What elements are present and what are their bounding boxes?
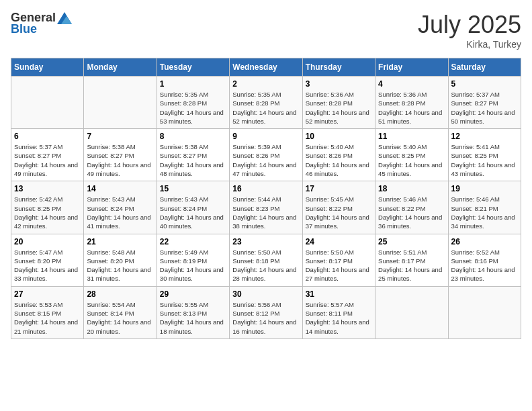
day-cell: 19Sunrise: 5:46 AM Sunset: 8:21 PM Dayli… bbox=[448, 181, 521, 234]
calendar-title: July 2025 bbox=[418, 11, 521, 39]
day-cell: 26Sunrise: 5:52 AM Sunset: 8:16 PM Dayli… bbox=[448, 234, 521, 286]
day-cell: 13Sunrise: 5:42 AM Sunset: 8:25 PM Dayli… bbox=[11, 181, 84, 234]
week-row-2: 6Sunrise: 5:37 AM Sunset: 8:27 PM Daylig… bbox=[11, 129, 521, 181]
day-number: 10 bbox=[306, 132, 372, 141]
col-header-monday: Monday bbox=[84, 58, 157, 77]
day-number: 24 bbox=[306, 237, 372, 246]
day-number: 19 bbox=[451, 184, 518, 193]
day-cell: 31Sunrise: 5:57 AM Sunset: 8:11 PM Dayli… bbox=[302, 286, 375, 338]
day-number: 7 bbox=[87, 132, 153, 141]
day-detail: Sunrise: 5:50 AM Sunset: 8:17 PM Dayligh… bbox=[306, 248, 372, 283]
col-header-thursday: Thursday bbox=[302, 58, 375, 77]
day-cell: 21Sunrise: 5:48 AM Sunset: 8:20 PM Dayli… bbox=[84, 234, 157, 286]
day-detail: Sunrise: 5:41 AM Sunset: 8:25 PM Dayligh… bbox=[451, 142, 518, 178]
day-number: 22 bbox=[160, 237, 226, 246]
day-cell: 17Sunrise: 5:45 AM Sunset: 8:22 PM Dayli… bbox=[302, 181, 375, 234]
calendar-location: Kirka, Turkey bbox=[418, 39, 521, 50]
day-cell: 11Sunrise: 5:40 AM Sunset: 8:25 PM Dayli… bbox=[375, 129, 448, 181]
day-number: 9 bbox=[232, 132, 299, 141]
day-cell: 14Sunrise: 5:43 AM Sunset: 8:24 PM Dayli… bbox=[84, 181, 157, 234]
day-detail: Sunrise: 5:40 AM Sunset: 8:25 PM Dayligh… bbox=[378, 142, 445, 178]
day-detail: Sunrise: 5:53 AM Sunset: 8:15 PM Dayligh… bbox=[14, 300, 81, 336]
day-detail: Sunrise: 5:48 AM Sunset: 8:20 PM Dayligh… bbox=[87, 248, 153, 283]
day-detail: Sunrise: 5:49 AM Sunset: 8:19 PM Dayligh… bbox=[160, 248, 226, 283]
day-detail: Sunrise: 5:52 AM Sunset: 8:16 PM Dayligh… bbox=[451, 248, 518, 283]
day-number: 18 bbox=[378, 184, 445, 193]
day-detail: Sunrise: 5:46 AM Sunset: 8:22 PM Dayligh… bbox=[378, 195, 445, 230]
day-cell: 12Sunrise: 5:41 AM Sunset: 8:25 PM Dayli… bbox=[448, 129, 521, 181]
day-cell: 6Sunrise: 5:37 AM Sunset: 8:27 PM Daylig… bbox=[11, 129, 84, 181]
week-row-3: 13Sunrise: 5:42 AM Sunset: 8:25 PM Dayli… bbox=[11, 181, 521, 234]
day-detail: Sunrise: 5:37 AM Sunset: 8:27 PM Dayligh… bbox=[14, 142, 81, 178]
day-number: 23 bbox=[232, 237, 299, 246]
day-cell: 23Sunrise: 5:50 AM Sunset: 8:18 PM Dayli… bbox=[230, 234, 302, 286]
day-number: 16 bbox=[232, 184, 299, 193]
col-header-saturday: Saturday bbox=[448, 58, 521, 77]
day-cell: 9Sunrise: 5:39 AM Sunset: 8:26 PM Daylig… bbox=[230, 129, 302, 181]
day-detail: Sunrise: 5:38 AM Sunset: 8:27 PM Dayligh… bbox=[160, 142, 226, 178]
day-detail: Sunrise: 5:54 AM Sunset: 8:14 PM Dayligh… bbox=[87, 300, 153, 336]
day-number: 5 bbox=[451, 79, 518, 89]
day-detail: Sunrise: 5:46 AM Sunset: 8:21 PM Dayligh… bbox=[451, 195, 518, 230]
logo-blue: Blue bbox=[11, 22, 37, 36]
day-number: 27 bbox=[14, 289, 81, 299]
day-detail: Sunrise: 5:40 AM Sunset: 8:26 PM Dayligh… bbox=[306, 142, 372, 178]
day-number: 2 bbox=[232, 79, 299, 89]
day-cell: 16Sunrise: 5:44 AM Sunset: 8:23 PM Dayli… bbox=[230, 181, 302, 234]
day-detail: Sunrise: 5:44 AM Sunset: 8:23 PM Dayligh… bbox=[232, 195, 299, 230]
day-number: 11 bbox=[378, 132, 445, 141]
day-detail: Sunrise: 5:37 AM Sunset: 8:27 PM Dayligh… bbox=[451, 90, 518, 126]
day-number: 30 bbox=[232, 289, 299, 299]
day-detail: Sunrise: 5:47 AM Sunset: 8:20 PM Dayligh… bbox=[14, 248, 81, 283]
title-block: July 2025 Kirka, Turkey bbox=[418, 11, 521, 50]
day-cell: 15Sunrise: 5:43 AM Sunset: 8:24 PM Dayli… bbox=[157, 181, 229, 234]
week-row-1: 1Sunrise: 5:35 AM Sunset: 8:28 PM Daylig… bbox=[11, 77, 521, 129]
day-detail: Sunrise: 5:35 AM Sunset: 8:28 PM Dayligh… bbox=[232, 90, 299, 126]
day-number: 26 bbox=[451, 237, 518, 246]
day-cell: 22Sunrise: 5:49 AM Sunset: 8:19 PM Dayli… bbox=[157, 234, 229, 286]
day-cell bbox=[84, 77, 157, 129]
day-number: 31 bbox=[306, 289, 372, 299]
day-number: 21 bbox=[87, 237, 153, 246]
day-number: 4 bbox=[378, 79, 445, 89]
logo: General Blue bbox=[11, 11, 72, 36]
day-detail: Sunrise: 5:39 AM Sunset: 8:26 PM Dayligh… bbox=[232, 142, 299, 178]
day-number: 13 bbox=[14, 184, 81, 193]
col-header-wednesday: Wednesday bbox=[230, 58, 302, 77]
day-cell: 8Sunrise: 5:38 AM Sunset: 8:27 PM Daylig… bbox=[157, 129, 229, 181]
day-cell bbox=[11, 77, 84, 129]
day-cell: 29Sunrise: 5:55 AM Sunset: 8:13 PM Dayli… bbox=[157, 286, 229, 338]
day-cell: 24Sunrise: 5:50 AM Sunset: 8:17 PM Dayli… bbox=[302, 234, 375, 286]
day-cell: 25Sunrise: 5:51 AM Sunset: 8:17 PM Dayli… bbox=[375, 234, 448, 286]
day-detail: Sunrise: 5:57 AM Sunset: 8:11 PM Dayligh… bbox=[306, 300, 372, 336]
day-cell: 30Sunrise: 5:56 AM Sunset: 8:12 PM Dayli… bbox=[230, 286, 302, 338]
day-number: 15 bbox=[160, 184, 226, 193]
day-detail: Sunrise: 5:36 AM Sunset: 8:28 PM Dayligh… bbox=[378, 90, 445, 126]
day-cell: 10Sunrise: 5:40 AM Sunset: 8:26 PM Dayli… bbox=[302, 129, 375, 181]
day-detail: Sunrise: 5:38 AM Sunset: 8:27 PM Dayligh… bbox=[87, 142, 153, 178]
week-row-5: 27Sunrise: 5:53 AM Sunset: 8:15 PM Dayli… bbox=[11, 286, 521, 338]
col-header-tuesday: Tuesday bbox=[157, 58, 229, 77]
day-number: 6 bbox=[14, 132, 81, 141]
day-cell: 1Sunrise: 5:35 AM Sunset: 8:28 PM Daylig… bbox=[157, 77, 229, 129]
day-cell: 2Sunrise: 5:35 AM Sunset: 8:28 PM Daylig… bbox=[230, 77, 302, 129]
day-cell: 7Sunrise: 5:38 AM Sunset: 8:27 PM Daylig… bbox=[84, 129, 157, 181]
day-cell: 3Sunrise: 5:36 AM Sunset: 8:28 PM Daylig… bbox=[302, 77, 375, 129]
day-number: 1 bbox=[160, 79, 226, 89]
day-cell: 5Sunrise: 5:37 AM Sunset: 8:27 PM Daylig… bbox=[448, 77, 521, 129]
day-cell: 20Sunrise: 5:47 AM Sunset: 8:20 PM Dayli… bbox=[11, 234, 84, 286]
day-number: 25 bbox=[378, 237, 445, 246]
day-detail: Sunrise: 5:42 AM Sunset: 8:25 PM Dayligh… bbox=[14, 195, 81, 230]
day-number: 28 bbox=[87, 289, 153, 299]
week-row-4: 20Sunrise: 5:47 AM Sunset: 8:20 PM Dayli… bbox=[11, 234, 521, 286]
col-header-friday: Friday bbox=[375, 58, 448, 77]
page-header: General Blue July 2025 Kirka, Turkey bbox=[11, 11, 521, 50]
day-number: 8 bbox=[160, 132, 226, 141]
day-headers-row: SundayMondayTuesdayWednesdayThursdayFrid… bbox=[11, 58, 521, 77]
day-number: 14 bbox=[87, 184, 153, 193]
calendar-table: SundayMondayTuesdayWednesdayThursdayFrid… bbox=[11, 58, 521, 339]
day-cell: 28Sunrise: 5:54 AM Sunset: 8:14 PM Dayli… bbox=[84, 286, 157, 338]
day-detail: Sunrise: 5:43 AM Sunset: 8:24 PM Dayligh… bbox=[160, 195, 226, 230]
day-cell: 27Sunrise: 5:53 AM Sunset: 8:15 PM Dayli… bbox=[11, 286, 84, 338]
day-detail: Sunrise: 5:43 AM Sunset: 8:24 PM Dayligh… bbox=[87, 195, 153, 230]
